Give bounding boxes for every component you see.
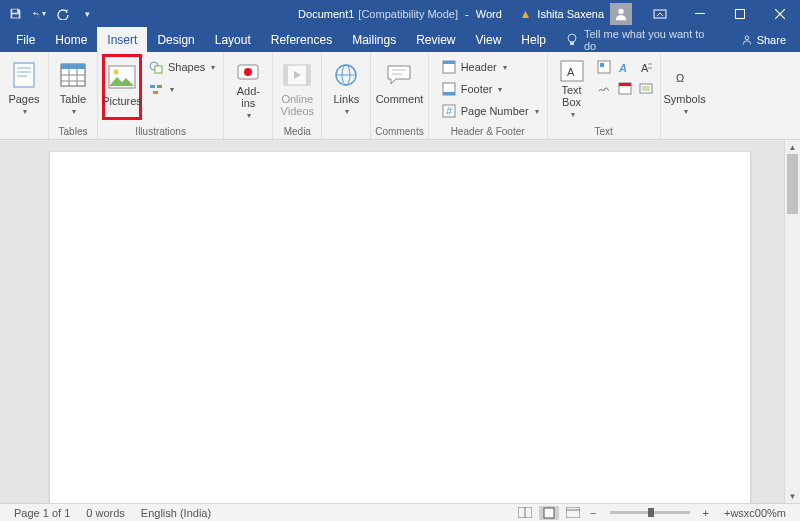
maximize-button[interactable] <box>720 0 760 27</box>
svg-rect-10 <box>17 67 31 69</box>
lightbulb-icon <box>566 33 578 47</box>
svg-rect-1 <box>12 14 19 17</box>
window-controls <box>680 0 800 27</box>
tab-review[interactable]: Review <box>406 27 465 52</box>
quick-access-toolbar: ▾ ▾ <box>0 7 94 21</box>
zoom-out-button[interactable]: − <box>587 507 599 519</box>
chevron-down-icon: ▾ <box>684 107 688 116</box>
quick-parts-button[interactable] <box>594 57 614 77</box>
tab-view[interactable]: View <box>466 27 512 52</box>
tab-mailings[interactable]: Mailings <box>342 27 406 52</box>
text-box-button[interactable]: A Text Box ▾ <box>552 54 592 120</box>
header-button[interactable]: Header▾ <box>437 57 543 77</box>
minimize-button[interactable] <box>680 0 720 27</box>
word-count[interactable]: 0 words <box>78 507 133 519</box>
chevron-down-icon: ▾ <box>571 110 575 119</box>
svg-text:#: # <box>446 105 453 117</box>
statusbar: Page 1 of 1 0 words English (India) − + … <box>0 503 800 521</box>
svg-rect-0 <box>12 9 17 12</box>
svg-rect-25 <box>153 91 158 94</box>
tab-file[interactable]: File <box>6 27 45 52</box>
pictures-button[interactable]: Pictures <box>102 54 142 120</box>
addins-button[interactable]: Add- ins ▾ <box>228 54 268 120</box>
titlebar-right: ▲ Ishita Saxena <box>511 0 800 27</box>
page-count[interactable]: Page 1 of 1 <box>6 507 78 519</box>
scroll-up-icon[interactable]: ▲ <box>785 140 800 154</box>
zoom-in-button[interactable]: + <box>700 507 712 519</box>
web-layout-icon[interactable] <box>563 506 583 520</box>
svg-rect-39 <box>443 92 455 95</box>
chevron-down-icon: ▾ <box>23 107 27 116</box>
scroll-thumb[interactable] <box>787 154 798 214</box>
undo-icon[interactable]: ▾ <box>32 7 46 21</box>
dropcap-button[interactable]: A <box>636 57 656 77</box>
text-mini-buttons: A A <box>594 54 656 119</box>
svg-rect-12 <box>17 75 27 77</box>
share-button[interactable]: Share <box>727 34 800 46</box>
datetime-button[interactable] <box>615 78 635 98</box>
group-symbols: Ω Symbols ▾ . <box>661 52 709 139</box>
ribbon-display-icon[interactable] <box>640 9 680 19</box>
group-pages: Pages ▾ Pages <box>0 52 49 139</box>
footer-icon <box>441 81 457 97</box>
svg-rect-7 <box>570 42 574 45</box>
app-name: Word <box>476 8 502 20</box>
svg-point-6 <box>568 34 576 42</box>
user-account[interactable]: ▲ Ishita Saxena <box>511 3 640 25</box>
signature-button[interactable] <box>594 78 614 98</box>
tab-design[interactable]: Design <box>147 27 204 52</box>
group-illustrations: Pictures Shapes▾ ▾ Illustrations <box>98 52 224 139</box>
document-page[interactable] <box>50 152 750 503</box>
zoom-slider[interactable] <box>610 511 690 514</box>
zoom-level[interactable]: +wsxc00%m <box>716 507 794 519</box>
close-button[interactable] <box>760 0 800 27</box>
object-button[interactable] <box>636 78 656 98</box>
chevron-down-icon: ▾ <box>345 107 349 116</box>
print-layout-icon[interactable] <box>539 506 559 520</box>
header-icon <box>441 59 457 75</box>
tab-home[interactable]: Home <box>45 27 97 52</box>
language[interactable]: English (India) <box>133 507 219 519</box>
table-icon <box>57 59 89 91</box>
tab-help[interactable]: Help <box>511 27 556 52</box>
svg-rect-58 <box>566 507 580 518</box>
pages-button[interactable]: Pages ▾ <box>4 54 44 120</box>
qat-customize-icon[interactable]: ▾ <box>80 7 94 21</box>
save-icon[interactable] <box>8 7 22 21</box>
menubar: File Home Insert Design Layout Reference… <box>0 27 800 52</box>
textbox-icon: A <box>556 59 588 82</box>
comment-icon <box>383 59 415 91</box>
tab-references[interactable]: References <box>261 27 342 52</box>
scroll-down-icon[interactable]: ▼ <box>785 489 800 503</box>
document-area[interactable] <box>0 140 800 503</box>
footer-button[interactable]: Footer▾ <box>437 79 543 99</box>
group-text: A Text Box ▾ A A Text <box>548 52 661 139</box>
svg-rect-23 <box>150 85 155 88</box>
redo-icon[interactable] <box>56 7 70 21</box>
read-mode-icon[interactable] <box>515 506 535 520</box>
svg-rect-30 <box>306 65 310 85</box>
wordart-button[interactable]: A <box>615 57 635 77</box>
svg-point-27 <box>244 68 252 76</box>
icons-button[interactable]: ▾ <box>144 79 219 99</box>
vertical-scrollbar[interactable]: ▲ ▼ <box>784 140 800 503</box>
svg-rect-3 <box>654 10 666 18</box>
page-number-button[interactable]: # Page Number▾ <box>437 101 543 121</box>
tab-insert[interactable]: Insert <box>97 27 147 52</box>
group-header-footer: Header▾ Footer▾ # Page Number▾ Header & … <box>429 52 548 139</box>
tell-me-search[interactable]: Tell me what you want to do <box>556 28 727 52</box>
group-addins: Add- ins ▾ . <box>224 52 273 139</box>
comment-button[interactable]: Comment <box>379 54 419 120</box>
group-links: Links ▾ . <box>322 52 371 139</box>
tab-layout[interactable]: Layout <box>205 27 261 52</box>
link-icon <box>330 59 362 91</box>
svg-point-20 <box>114 70 119 75</box>
avatar <box>610 3 632 25</box>
shapes-button[interactable]: Shapes▾ <box>144 57 219 77</box>
compat-mode: [Compatibility Mode] <box>358 8 458 20</box>
svg-text:Ω: Ω <box>676 72 684 84</box>
svg-rect-5 <box>736 9 745 18</box>
table-button[interactable]: Table ▾ <box>53 54 93 120</box>
symbols-button[interactable]: Ω Symbols ▾ <box>665 54 705 120</box>
links-button[interactable]: Links ▾ <box>326 54 366 120</box>
